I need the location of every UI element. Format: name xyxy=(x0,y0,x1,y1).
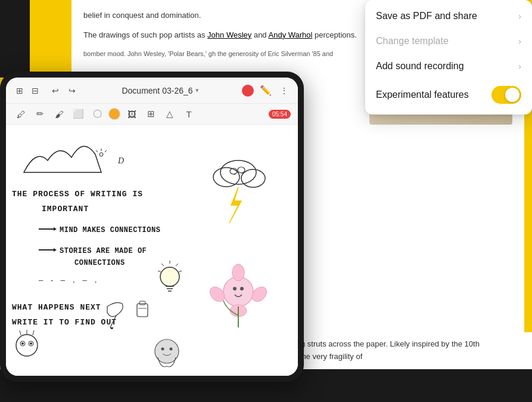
svg-line-29 xyxy=(176,264,178,266)
menu-item-save-pdf-label: Save as PDF and share xyxy=(376,11,514,21)
toggle-knob xyxy=(505,88,519,102)
svg-marker-20 xyxy=(54,248,57,252)
svg-point-50 xyxy=(238,167,245,173)
svg-point-44 xyxy=(21,342,24,345)
chevron-right-icon-2: › xyxy=(518,36,521,46)
svg-rect-35 xyxy=(137,304,148,317)
color-swatch-orange[interactable] xyxy=(108,108,120,120)
svg-line-31 xyxy=(161,264,164,266)
svg-point-59 xyxy=(233,287,237,290)
svg-line-11 xyxy=(105,150,107,152)
svg-point-48 xyxy=(241,169,265,187)
tool-text[interactable]: T xyxy=(181,106,197,122)
svg-line-41 xyxy=(33,330,34,335)
tool-lasso[interactable]: 〇 xyxy=(89,106,105,122)
svg-point-38 xyxy=(16,335,38,356)
more-options-icon[interactable]: ⋮ xyxy=(278,84,291,97)
svg-line-32 xyxy=(158,271,161,272)
ipad-frame: ⊞ ⊟ ↩ ↪ Document 03-26_6 ▾ ✏️ ⋮ 🖊 ✏ 🖌 ⬜ … xyxy=(0,72,304,382)
menu-item-add-sound-label: Add sound recording xyxy=(376,61,514,72)
svg-point-58 xyxy=(232,264,244,281)
svg-text:MIND MAKES CONNECTIONS: MIND MAKES CONNECTIONS xyxy=(60,226,160,234)
redo-icon[interactable]: ↪ xyxy=(66,84,79,97)
toolbar-right: ✏️ ⋮ xyxy=(242,84,291,97)
svg-point-45 xyxy=(30,342,32,345)
record-button[interactable] xyxy=(242,85,254,97)
ipad-screen: ⊞ ⊟ ↩ ↪ Document 03-26_6 ▾ ✏️ ⋮ 🖊 ✏ 🖌 ⬜ … xyxy=(6,78,298,376)
pencil-edit-icon[interactable]: ✏️ xyxy=(260,85,272,96)
menu-item-experimental[interactable]: Experimental features xyxy=(365,79,532,111)
svg-point-24 xyxy=(160,267,179,286)
grid-icon-1[interactable]: ⊞ xyxy=(13,84,26,97)
tool-marker[interactable]: 🖌 xyxy=(51,106,67,122)
black-bar-left xyxy=(0,0,30,78)
drawing-tools-row: 🖊 ✏ 🖌 ⬜ 〇 🖼 ⊞ △ T 05:54 xyxy=(6,104,298,125)
notebook-content: D THE PROCESS OF WRITING IS IMPORTANT MI… xyxy=(6,125,298,376)
menu-item-change-template-label: Change template xyxy=(376,36,514,47)
tool-pencil[interactable]: ✏ xyxy=(32,106,48,122)
ipad-toolbar: ⊞ ⊟ ↩ ↪ Document 03-26_6 ▾ ✏️ ⋮ xyxy=(6,78,298,104)
andy-warhol-link[interactable]: Andy Warhol xyxy=(269,30,313,39)
grid-icon-2[interactable]: ⊟ xyxy=(29,84,42,97)
svg-line-12 xyxy=(96,150,98,152)
doc-title-area: Document 03-26_6 ▾ xyxy=(82,86,238,95)
svg-text:WRITE IT TO FIND OUT: WRITE IT TO FIND OUT xyxy=(12,318,117,327)
dropdown-menu: Save as PDF and share › Change template … xyxy=(365,0,532,115)
doc-title-chevron: ▾ xyxy=(195,86,199,94)
svg-text:CONNECTIONS: CONNECTIONS xyxy=(74,259,125,267)
svg-text:WHAT HAPPENS NEXT: WHAT HAPPENS NEXT xyxy=(12,303,101,312)
experimental-toggle[interactable] xyxy=(491,86,521,104)
svg-point-9 xyxy=(99,153,103,156)
svg-text:D: D xyxy=(117,156,124,165)
menu-item-save-pdf[interactable]: Save as PDF and share › xyxy=(365,4,532,29)
svg-text:THE PROCESS OF WRITING IS: THE PROCESS OF WRITING IS xyxy=(12,190,143,199)
svg-text:IMPORTANT: IMPORTANT xyxy=(42,205,89,214)
svg-line-30 xyxy=(179,271,182,272)
menu-item-change-template: Change template › xyxy=(365,29,532,54)
svg-point-60 xyxy=(240,287,244,290)
grid-icons: ⊞ ⊟ xyxy=(13,84,42,97)
tool-table[interactable]: ⊞ xyxy=(143,106,158,122)
tool-pen[interactable]: 🖊 xyxy=(13,106,29,122)
svg-point-47 xyxy=(213,168,239,187)
tool-image[interactable]: 🖼 xyxy=(124,106,139,122)
tool-eraser[interactable]: ⬜ xyxy=(70,106,86,122)
menu-item-experimental-label: Experimental features xyxy=(376,89,491,100)
doc-title[interactable]: Document 03-26_6 xyxy=(122,86,192,95)
svg-line-39 xyxy=(20,330,21,335)
undo-icon[interactable]: ↩ xyxy=(49,84,62,97)
tool-shapes[interactable]: △ xyxy=(162,106,178,122)
svg-marker-17 xyxy=(54,227,57,231)
svg-point-64 xyxy=(170,348,173,351)
svg-point-63 xyxy=(161,348,164,351)
timer-badge: 05:54 xyxy=(269,110,291,119)
svg-text:STORIES ARE MADE OF: STORIES ARE MADE OF xyxy=(60,247,147,255)
notebook-drawing: D THE PROCESS OF WRITING IS IMPORTANT MI… xyxy=(6,125,298,376)
svg-text:—  - — . — .: — - — . — . xyxy=(38,277,99,285)
svg-rect-36 xyxy=(139,301,145,305)
john-wesley-link[interactable]: John Wesley xyxy=(207,30,251,39)
menu-item-add-sound[interactable]: Add sound recording › xyxy=(365,54,532,79)
chevron-right-icon-3: › xyxy=(518,61,521,71)
chevron-right-icon: › xyxy=(518,11,521,21)
